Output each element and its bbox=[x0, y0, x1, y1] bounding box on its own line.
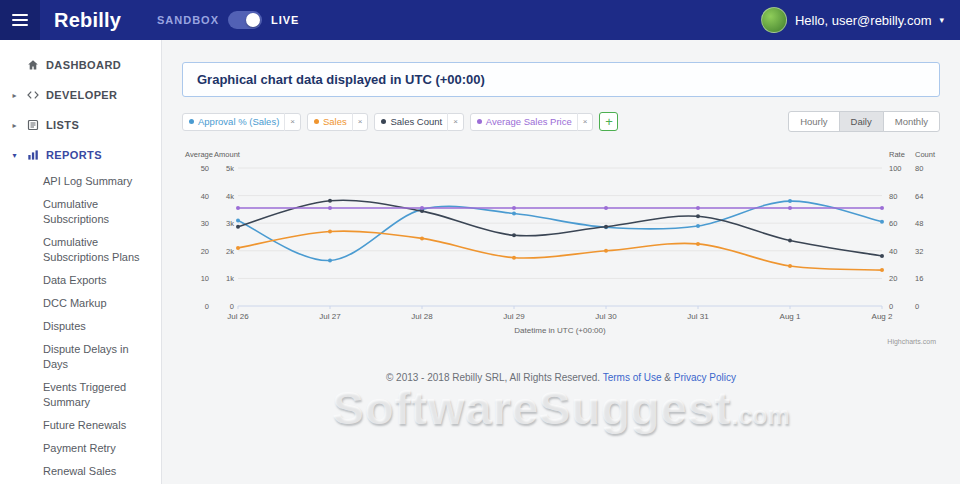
data-point-approval-sales[interactable] bbox=[512, 212, 516, 216]
data-point-approval-sales[interactable] bbox=[788, 199, 792, 203]
sidebar-subitem-dcc-markup[interactable]: DCC Markup bbox=[0, 292, 161, 315]
axis-tick-label: 100 bbox=[889, 164, 902, 173]
metric-chip-sales-count[interactable]: Sales Count× bbox=[374, 113, 463, 131]
remove-chip-icon[interactable]: × bbox=[284, 113, 300, 131]
data-point-sales[interactable] bbox=[880, 268, 884, 272]
x-tick-label: Aug 1 bbox=[780, 312, 801, 321]
data-point-sales[interactable] bbox=[420, 236, 424, 240]
axis-tick-label: 0 bbox=[230, 302, 234, 311]
data-point-sales-count[interactable] bbox=[788, 239, 792, 243]
data-point-average-sales-price[interactable] bbox=[328, 206, 332, 210]
data-point-sales[interactable] bbox=[604, 249, 608, 253]
sidebar-subitem-payment-retry[interactable]: Payment Retry bbox=[0, 437, 161, 460]
sidebar-item-developer[interactable]: ▸DEVELOPER bbox=[0, 80, 161, 110]
interval-button-group: HourlyDailyMonthly bbox=[788, 111, 940, 132]
sidebar-item-label: DEVELOPER bbox=[46, 89, 117, 101]
sidebar-subitem-renewal-sales[interactable]: Renewal Sales bbox=[0, 460, 161, 483]
sandbox-label: SANDBOX bbox=[157, 14, 219, 26]
data-point-sales[interactable] bbox=[512, 256, 516, 260]
axis-title-count: Count bbox=[915, 150, 936, 159]
data-point-sales[interactable] bbox=[788, 264, 792, 268]
data-point-sales-count[interactable] bbox=[512, 233, 516, 237]
data-point-sales[interactable] bbox=[696, 242, 700, 246]
sidebar-item-reports[interactable]: ▾REPORTS bbox=[0, 140, 161, 170]
sidebar-subitem-cumulative-subscriptions-plans[interactable]: Cumulative Subscriptions Plans bbox=[0, 231, 161, 269]
terms-of-use-link[interactable]: Terms of Use bbox=[603, 372, 662, 383]
axis-tick-label: 5k bbox=[226, 164, 234, 173]
metric-chip-label: Average Sales Price bbox=[486, 116, 572, 127]
data-point-average-sales-price[interactable] bbox=[788, 206, 792, 210]
axis-tick-label: 4k bbox=[226, 192, 234, 201]
utc-notice-text: Graphical chart data displayed in UTC (+… bbox=[197, 72, 485, 87]
data-point-sales-count[interactable] bbox=[696, 214, 700, 218]
sidebar-item-dashboard[interactable]: DASHBOARD bbox=[0, 50, 161, 80]
add-metric-button[interactable]: + bbox=[599, 112, 618, 131]
data-point-average-sales-price[interactable] bbox=[236, 206, 240, 210]
metric-chip-sales[interactable]: Sales× bbox=[307, 113, 368, 131]
metric-chip-average-sales-price[interactable]: Average Sales Price× bbox=[470, 113, 594, 131]
axis-title-rate: Rate bbox=[889, 150, 905, 159]
x-axis-title: Datetime in UTC (+00:00) bbox=[514, 326, 606, 335]
data-point-average-sales-price[interactable] bbox=[604, 206, 608, 210]
sidebar-subitem-disputes[interactable]: Disputes bbox=[0, 315, 161, 338]
chart: Average50403020100Amount5k4k3k2k1k0Rate1… bbox=[182, 146, 940, 348]
data-point-sales-count[interactable] bbox=[604, 225, 608, 229]
axis-tick-label: 32 bbox=[915, 247, 923, 256]
sidebar-subitem-dispute-delays-in-days[interactable]: Dispute Delays in Days bbox=[0, 338, 161, 376]
data-point-sales-count[interactable] bbox=[236, 225, 240, 229]
environment-toggle[interactable] bbox=[228, 11, 262, 29]
series-color-dot bbox=[477, 119, 482, 124]
metric-chip-label: Sales bbox=[323, 116, 347, 127]
data-point-approval-sales[interactable] bbox=[880, 220, 884, 224]
series-color-dot bbox=[314, 119, 319, 124]
data-point-average-sales-price[interactable] bbox=[880, 206, 884, 210]
axis-tick-label: 80 bbox=[915, 164, 923, 173]
data-point-approval-sales[interactable] bbox=[696, 224, 700, 228]
axis-tick-label: 48 bbox=[915, 219, 923, 228]
data-point-sales-count[interactable] bbox=[328, 199, 332, 203]
sidebar-subitem-api-log-summary[interactable]: API Log Summary bbox=[0, 170, 161, 193]
user-menu[interactable]: Hello, user@rebilly.com ▾ bbox=[761, 7, 944, 33]
data-point-approval-sales[interactable] bbox=[328, 259, 332, 263]
hamburger-menu-button[interactable] bbox=[0, 0, 40, 40]
series-color-dot bbox=[381, 119, 386, 124]
interval-button-monthly[interactable]: Monthly bbox=[883, 111, 940, 132]
privacy-policy-link[interactable]: Privacy Policy bbox=[674, 372, 736, 383]
axis-tick-label: 3k bbox=[226, 219, 234, 228]
footer-ampersand: & bbox=[664, 372, 671, 383]
data-point-average-sales-price[interactable] bbox=[420, 206, 424, 210]
footer: © 2013 - 2018 Rebilly SRL, All Rights Re… bbox=[162, 372, 960, 383]
sidebar-subitem-cumulative-subscriptions[interactable]: Cumulative Subscriptions bbox=[0, 193, 161, 231]
sidebar-subitem-data-exports[interactable]: Data Exports bbox=[0, 269, 161, 292]
metric-chip-approval-sales[interactable]: Approval % (Sales)× bbox=[182, 113, 301, 131]
remove-chip-icon[interactable]: × bbox=[447, 113, 463, 131]
data-point-average-sales-price[interactable] bbox=[512, 206, 516, 210]
lists-icon bbox=[26, 119, 39, 132]
interval-button-hourly[interactable]: Hourly bbox=[788, 111, 839, 132]
chart-credits[interactable]: Highcharts.com bbox=[887, 338, 936, 346]
x-tick-label: Jul 31 bbox=[687, 312, 709, 321]
sidebar-main-nav: DASHBOARD▸DEVELOPER▸LISTS▾REPORTS bbox=[0, 50, 161, 170]
x-tick-label: Jul 29 bbox=[503, 312, 525, 321]
user-greeting: Hello, user@rebilly.com bbox=[795, 13, 932, 28]
data-point-average-sales-price[interactable] bbox=[696, 206, 700, 210]
axis-tick-label: 2k bbox=[226, 247, 234, 256]
data-point-sales-count[interactable] bbox=[880, 254, 884, 258]
interval-button-daily[interactable]: Daily bbox=[839, 111, 884, 132]
axis-tick-label: 0 bbox=[205, 302, 209, 311]
remove-chip-icon[interactable]: × bbox=[352, 113, 368, 131]
utc-notice: Graphical chart data displayed in UTC (+… bbox=[182, 62, 940, 97]
main-content: Graphical chart data displayed in UTC (+… bbox=[162, 40, 960, 484]
axis-tick-label: 0 bbox=[889, 302, 893, 311]
remove-chip-icon[interactable]: × bbox=[577, 113, 593, 131]
data-point-approval-sales[interactable] bbox=[236, 218, 240, 222]
data-point-sales[interactable] bbox=[236, 246, 240, 250]
axis-tick-label: 64 bbox=[915, 192, 923, 201]
chevron-right-icon: ▸ bbox=[10, 91, 19, 100]
data-point-sales[interactable] bbox=[328, 230, 332, 234]
x-tick-label: Jul 27 bbox=[319, 312, 341, 321]
sidebar-subitem-events-triggered-summary[interactable]: Events Triggered Summary bbox=[0, 376, 161, 414]
sidebar-item-lists[interactable]: ▸LISTS bbox=[0, 110, 161, 140]
sidebar-subitem-future-renewals[interactable]: Future Renewals bbox=[0, 414, 161, 437]
sidebar-item-label: LISTS bbox=[46, 119, 79, 131]
